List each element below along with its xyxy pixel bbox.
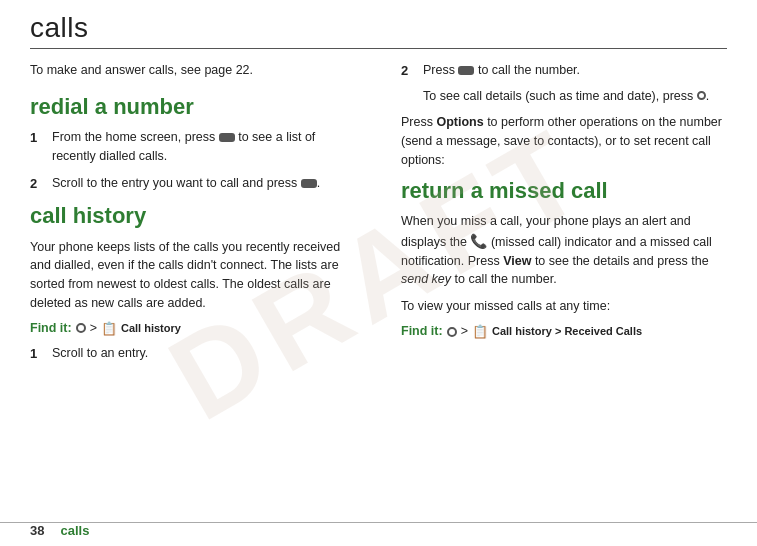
return-missed-body1: When you miss a call, your phone plays a… <box>401 212 727 289</box>
call-history-icon: 📋 <box>101 321 117 336</box>
right-column: 2 Press to call the number. To see call … <box>396 61 727 373</box>
find-it-path: Call history <box>121 322 181 334</box>
center-dot-icon <box>76 323 86 333</box>
step-text: Scroll to an entry. <box>52 344 148 364</box>
step-text: From the home screen, press to see a lis… <box>52 128 356 166</box>
redial-steps: 1 From the home screen, press to see a l… <box>30 128 356 193</box>
step-number: 1 <box>30 128 44 166</box>
center-dot-icon-2 <box>447 324 457 338</box>
return-missed-body2: To view your missed calls at any time: <box>401 297 727 316</box>
left-column: To make and answer calls, see page 22. r… <box>30 61 366 373</box>
page-number: 38 <box>30 523 44 538</box>
return-missed-find-it: Find it: > 📋 Call history > Received Cal… <box>401 324 727 339</box>
redial-heading: redial a number <box>30 94 356 120</box>
call-history-find-it: Find it: > 📋 Call history <box>30 321 356 336</box>
redial-step-2: 2 Scroll to the entry you want to call a… <box>30 174 356 194</box>
options-paragraph: Press Options to perform other operation… <box>401 113 727 169</box>
intro-paragraph: To make and answer calls, see page 22. <box>30 61 356 80</box>
call-history-icon-2: 📋 <box>472 324 488 339</box>
two-column-layout: To make and answer calls, see page 22. r… <box>30 61 727 373</box>
page-footer: 38 calls <box>0 522 757 538</box>
right-step-2: 2 Press to call the number. <box>401 61 727 81</box>
redial-step-1: 1 From the home screen, press to see a l… <box>30 128 356 166</box>
arrow-2: > <box>461 324 468 338</box>
step-text: Press to call the number. <box>423 61 580 81</box>
step-number: 1 <box>30 344 44 364</box>
step2-sub-detail: To see call details (such as time and da… <box>423 87 727 106</box>
page-container: calls To make and answer calls, see page… <box>0 0 757 546</box>
step-number: 2 <box>401 61 415 81</box>
step-number: 2 <box>30 174 44 194</box>
step-text: Scroll to the entry you want to call and… <box>52 174 320 194</box>
return-missed-heading: return a missed call <box>401 178 727 204</box>
title-divider <box>30 48 727 49</box>
find-it-arrow: > <box>90 321 97 335</box>
find-it-path-2: Call history > Received Calls <box>492 325 642 337</box>
find-it-label-2: Find it: <box>401 324 443 338</box>
call-history-body: Your phone keeps lists of the calls you … <box>30 238 356 313</box>
page-title: calls <box>30 12 727 44</box>
footer-section-label: calls <box>60 523 89 538</box>
call-history-steps: 1 Scroll to an entry. <box>30 344 356 364</box>
right-col-steps: 2 Press to call the number. <box>401 61 727 81</box>
options-bold: Options <box>436 115 483 129</box>
call-history-step-1: 1 Scroll to an entry. <box>30 344 356 364</box>
find-it-label: Find it: <box>30 321 72 335</box>
call-history-heading: call history <box>30 203 356 229</box>
